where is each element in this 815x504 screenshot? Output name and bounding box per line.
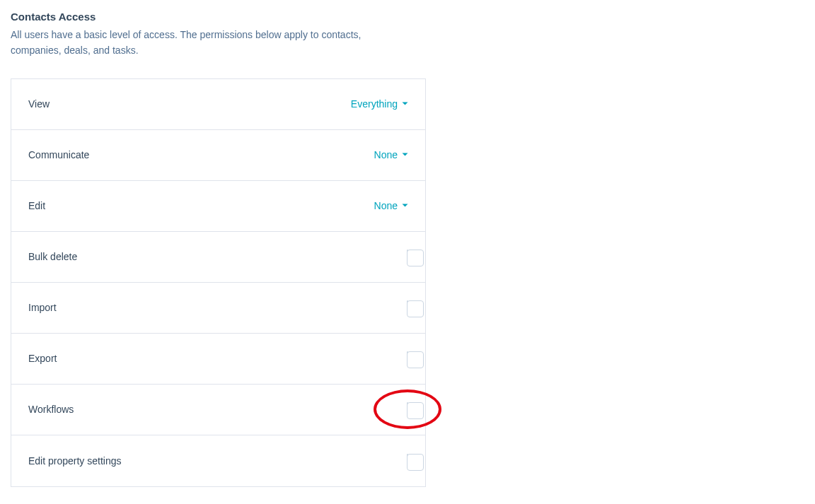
section-title: Contacts Access	[11, 11, 804, 23]
dropdown-value: None	[374, 149, 398, 160]
row-edit-property-settings: Edit property settings	[11, 435, 425, 486]
caret-down-icon	[402, 204, 408, 208]
toggle-export[interactable]	[407, 351, 408, 365]
settings-table: View Everything Communicate None Edit No…	[11, 78, 426, 487]
row-label-view: View	[28, 98, 50, 110]
toggle-knob	[407, 402, 424, 419]
row-communicate: Communicate None	[11, 130, 425, 181]
caret-down-icon	[402, 153, 408, 157]
dropdown-communicate[interactable]: None	[374, 149, 408, 160]
row-label-communicate: Communicate	[28, 149, 89, 160]
row-label-edit: Edit	[28, 200, 45, 211]
contacts-access-section: Contacts Access All users have a basic l…	[11, 11, 804, 487]
row-label-workflows: Workflows	[28, 404, 74, 415]
row-bulk-delete: Bulk delete	[11, 232, 425, 283]
toggle-knob	[407, 300, 424, 317]
row-label-import: Import	[28, 302, 57, 313]
dropdown-value: Everything	[351, 98, 398, 110]
section-description: All users have a basic level of access. …	[11, 27, 414, 59]
row-label-bulk-delete: Bulk delete	[28, 251, 77, 262]
dropdown-value: None	[374, 200, 398, 211]
row-export: Export	[11, 334, 425, 385]
toggle-workflows[interactable]	[407, 402, 408, 416]
dropdown-edit[interactable]: None	[374, 200, 408, 211]
row-edit: Edit None	[11, 181, 425, 232]
row-label-edit-property-settings: Edit property settings	[28, 455, 122, 467]
toggle-bulk-delete[interactable]	[407, 250, 408, 263]
toggle-knob	[407, 351, 424, 368]
row-import: Import	[11, 283, 425, 334]
row-workflows: Workflows	[11, 385, 425, 435]
toggle-knob	[407, 454, 424, 471]
row-view: View Everything	[11, 79, 425, 130]
row-label-export: Export	[28, 353, 57, 364]
caret-down-icon	[402, 102, 408, 106]
dropdown-view[interactable]: Everything	[351, 98, 408, 110]
toggle-edit-property-settings[interactable]	[407, 454, 408, 467]
toggle-knob	[407, 250, 424, 266]
toggle-import[interactable]	[407, 300, 408, 314]
